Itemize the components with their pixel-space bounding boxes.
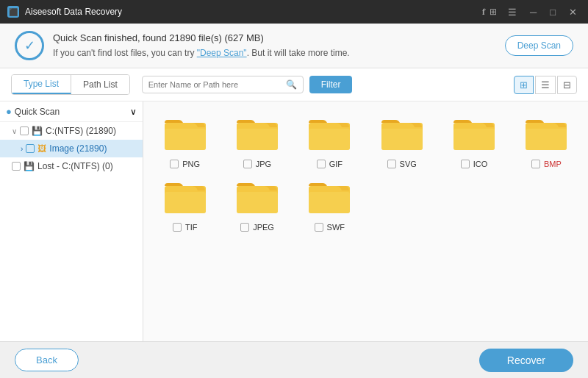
svg-rect-3 <box>237 129 278 150</box>
folder-icon-png[interactable] <box>159 113 211 155</box>
tab-type-list[interactable]: Type List <box>12 75 71 94</box>
folder-item-swf: SWF <box>295 176 364 232</box>
svg-rect-9 <box>453 129 495 150</box>
svg-rect-17 <box>309 192 350 213</box>
folder-label-png: PNG <box>182 160 200 168</box>
hint-prefix: If you can't find lost files, you can tr… <box>53 48 197 58</box>
content-area: PNG JPG <box>143 101 588 341</box>
folder-checkbox-svg[interactable] <box>387 160 396 168</box>
folder-item-ico: ICO <box>440 113 508 168</box>
folder-label-gif: GIF <box>329 160 343 168</box>
folder-item-jpeg: JPEG <box>223 176 291 232</box>
quick-scan-check-icon: ● <box>6 106 12 117</box>
detail-view-button[interactable]: ⊟ <box>557 76 577 94</box>
filter-button[interactable]: Filter <box>309 76 353 93</box>
deep-scan-button[interactable]: Deep Scan <box>505 35 573 56</box>
search-box: 🔍 <box>142 76 304 93</box>
toolbar: Type List Path List 🔍 Filter ⊞ ☰ ⊟ <box>0 68 588 101</box>
folder-item-tif: TIF <box>151 176 219 232</box>
app-title: Aiseesoft Data Recovery <box>25 7 482 17</box>
folder-item-bottom-swf: SWF <box>315 223 345 232</box>
image-folder-icon: 🖼 <box>37 143 46 154</box>
sidebar-item-image[interactable]: › 🖼 Image (21890) <box>0 140 143 157</box>
c-drive-expand-icon: ∨ <box>12 127 17 135</box>
sidebar: ● Quick Scan ∨ ∨ 💾 C:(NTFS) (21890) › 🖼 … <box>0 101 143 341</box>
svg-rect-1 <box>165 129 206 150</box>
folder-icon-jpeg[interactable] <box>232 176 283 218</box>
svg-rect-7 <box>381 129 423 150</box>
minimize-icon[interactable]: ─ <box>526 5 540 19</box>
folder-icon-jpg[interactable] <box>232 113 283 155</box>
folder-icon-svg[interactable] <box>376 113 428 155</box>
top-banner: ✓ Quick Scan finished, found 21890 file(… <box>0 24 588 68</box>
folder-item-bottom-ico: ICO <box>461 160 488 168</box>
folder-label-bmp: BMP <box>544 160 562 168</box>
window-controls: ☰ ─ □ ✕ <box>504 5 581 19</box>
search-input[interactable] <box>148 80 286 89</box>
folder-checkbox-swf[interactable] <box>315 223 323 232</box>
image-expand-icon: › <box>21 145 23 153</box>
folder-icon-tif[interactable] <box>159 176 211 218</box>
facebook-icon[interactable]: 𝐟 <box>482 7 485 17</box>
c-drive-checkbox[interactable] <box>20 126 29 135</box>
folder-item-bottom-bmp: BMP <box>531 160 562 168</box>
banner-left: ✓ Quick Scan finished, found 21890 file(… <box>15 31 350 60</box>
folder-item-bottom-jpeg: JPEG <box>240 223 274 232</box>
c-drive-label: C:(NTFS) (21890) <box>46 126 137 136</box>
hint-suffix: . But it will take more time. <box>247 48 350 58</box>
sidebar-item-lost[interactable]: 💾 Lost - C:(NTFS) (0) <box>0 157 143 175</box>
svg-rect-11 <box>526 129 567 150</box>
folder-checkbox-bmp[interactable] <box>531 160 540 168</box>
grid-view-button[interactable]: ⊞ <box>514 76 534 94</box>
folder-checkbox-gif[interactable] <box>317 160 326 168</box>
tab-group: Type List Path List <box>11 74 130 95</box>
folder-icon-bmp[interactable] <box>520 113 572 155</box>
folder-item-gif: GIF <box>295 113 364 168</box>
title-bar: ⬛ Aiseesoft Data Recovery 𝐟 ⊞ ☰ ─ □ ✕ <box>0 0 588 24</box>
folder-label-swf: SWF <box>327 223 345 232</box>
scan-hint: If you can't find lost files, you can tr… <box>53 46 350 60</box>
folder-checkbox-jpeg[interactable] <box>240 223 249 232</box>
folder-item-bottom-jpg: JPG <box>243 160 271 168</box>
maximize-icon[interactable]: □ <box>546 5 559 19</box>
scan-complete-icon: ✓ <box>15 31 44 60</box>
folder-item-bottom-svg: SVG <box>387 160 417 168</box>
folder-label-ico: ICO <box>473 160 488 168</box>
folder-checkbox-tif[interactable] <box>173 223 182 232</box>
monitor2-icon[interactable]: ⊞ <box>490 7 497 17</box>
folder-icon-gif[interactable] <box>304 113 355 155</box>
search-icon[interactable]: 🔍 <box>286 79 297 90</box>
recover-button[interactable]: Recover <box>479 349 573 372</box>
folder-label-jpg: JPG <box>256 160 271 168</box>
quick-scan-text: Quick Scan <box>15 107 60 117</box>
svg-rect-5 <box>309 129 350 150</box>
list-view-button[interactable]: ☰ <box>535 76 556 94</box>
quick-scan-label: ● Quick Scan <box>6 106 130 117</box>
deep-scan-link[interactable]: "Deep Scan" <box>197 48 247 58</box>
quick-scan-chevron-icon[interactable]: ∨ <box>130 107 137 117</box>
menu-icon[interactable]: ☰ <box>504 5 520 19</box>
body-area: ● Quick Scan ∨ ∨ 💾 C:(NTFS) (21890) › 🖼 … <box>0 101 588 341</box>
app-icon: ⬛ <box>7 6 19 18</box>
main-content: ✓ Quick Scan finished, found 21890 file(… <box>0 24 588 341</box>
image-checkbox[interactable] <box>26 144 35 153</box>
sidebar-item-c-drive[interactable]: ∨ 💾 C:(NTFS) (21890) <box>0 122 143 140</box>
close-icon[interactable]: ✕ <box>565 5 581 19</box>
folder-item-jpg: JPG <box>223 113 291 168</box>
view-controls: ⊞ ☰ ⊟ <box>514 76 577 94</box>
folder-item-bottom-gif: GIF <box>317 160 343 168</box>
folder-item-bottom-png: PNG <box>170 160 200 168</box>
folder-icon-swf[interactable] <box>304 176 355 218</box>
lost-checkbox[interactable] <box>12 162 21 171</box>
quick-scan-row: ● Quick Scan ∨ <box>0 101 143 122</box>
image-label: Image (21890) <box>49 143 137 154</box>
tab-path-list[interactable]: Path List <box>71 75 129 94</box>
folder-checkbox-ico[interactable] <box>461 160 470 168</box>
folder-item-png: PNG <box>151 113 219 168</box>
folder-label-svg: SVG <box>400 160 417 168</box>
lost-label: Lost - C:(NTFS) (0) <box>37 161 137 171</box>
folder-checkbox-png[interactable] <box>170 160 179 168</box>
back-button[interactable]: Back <box>15 349 79 371</box>
folder-icon-ico[interactable] <box>448 113 500 155</box>
folder-checkbox-jpg[interactable] <box>243 160 252 168</box>
